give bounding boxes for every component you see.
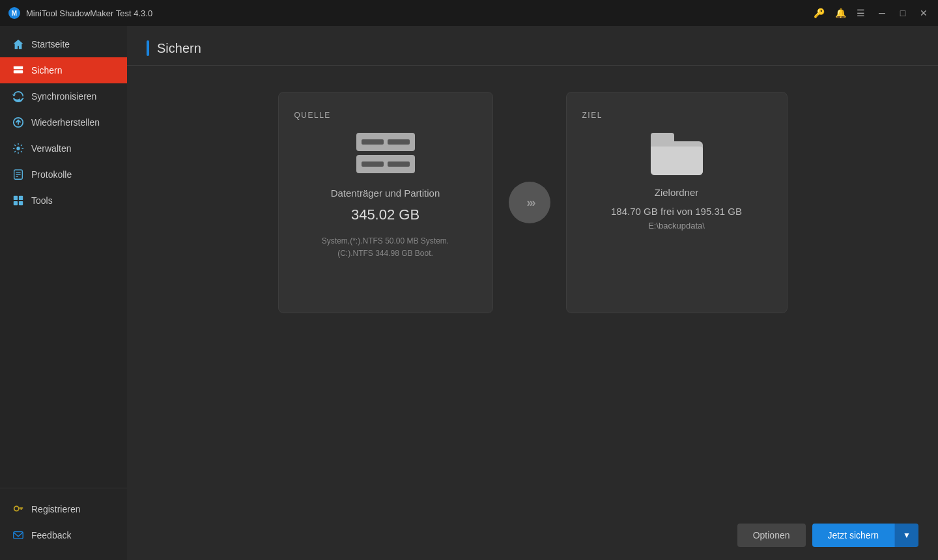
source-size: 345.02 GB <box>351 206 419 223</box>
sidebar-label-sichern: Sichern <box>31 65 62 76</box>
source-details: System,(*:).NTFS 50.00 MB System. (C:).N… <box>322 235 449 260</box>
backup-button-group: Jetzt sichern ▼ <box>812 524 918 547</box>
sidebar-item-wiederherstellen[interactable]: Wiederherstellen <box>0 109 127 135</box>
hdd-icon <box>356 133 415 173</box>
window-controls: ─ □ ✕ <box>875 7 930 20</box>
app-title: MiniTool ShadowMaker Test 4.3.0 <box>26 8 814 18</box>
source-card[interactable]: QUELLE Daten <box>278 92 493 313</box>
target-name: Zielordner <box>655 187 699 198</box>
sidebar: Startseite Sichern Synchronisieren Wiede… <box>0 26 127 560</box>
sidebar-label-tools: Tools <box>31 195 53 206</box>
sidebar-label-feedback: Feedback <box>31 530 71 540</box>
svg-rect-2 <box>14 66 23 70</box>
target-label: ZIEL <box>582 111 603 120</box>
sidebar-item-tools[interactable]: Tools <box>0 188 127 214</box>
svg-rect-12 <box>14 201 18 205</box>
hdd-slot <box>362 139 384 145</box>
sidebar-item-synchronisieren[interactable]: Synchronisieren <box>0 83 127 109</box>
source-name: Datenträger und Partition <box>331 188 440 199</box>
svg-rect-10 <box>14 196 18 200</box>
menu-icon[interactable]: ☰ <box>857 8 865 18</box>
svg-point-5 <box>16 147 20 150</box>
hdd-drive-top <box>356 133 415 151</box>
source-label: QUELLE <box>294 111 331 120</box>
svg-rect-14 <box>14 532 23 539</box>
titlebar-icons: 🔑 🔔 ☰ <box>814 8 865 18</box>
key-icon[interactable]: 🔑 <box>814 8 825 18</box>
home-icon <box>12 38 25 51</box>
backup-dropdown-icon: ▼ <box>903 531 911 540</box>
bell-icon[interactable]: 🔔 <box>835 8 846 18</box>
svg-rect-13 <box>19 201 23 205</box>
sidebar-label-registrieren: Registrieren <box>31 504 80 514</box>
hdd-slot2 <box>388 139 410 145</box>
key-icon <box>12 503 25 516</box>
sidebar-item-registrieren[interactable]: Registrieren <box>0 496 127 522</box>
folder-icon <box>651 133 703 175</box>
restore-icon <box>12 116 25 129</box>
hdd-slot3 <box>362 161 384 167</box>
sidebar-label-protokolle: Protokolle <box>31 169 72 180</box>
arrow-button[interactable]: ››› <box>509 182 550 223</box>
page-title: Sichern <box>157 41 201 56</box>
svg-rect-3 <box>14 70 23 74</box>
tools-icon <box>12 194 25 207</box>
target-card[interactable]: ZIEL Zielordner 184.70 GB frei von 195.3… <box>566 92 788 313</box>
sidebar-item-sichern[interactable]: Sichern <box>0 57 127 83</box>
hdd-slot4 <box>388 161 410 167</box>
sync-icon <box>12 90 25 103</box>
logs-icon <box>12 168 25 181</box>
svg-text:M: M <box>12 10 17 17</box>
mail-icon <box>12 529 25 542</box>
app-logo: M <box>8 7 21 20</box>
sidebar-item-startseite[interactable]: Startseite <box>0 31 127 57</box>
sidebar-bottom: Registrieren Feedback <box>0 488 127 560</box>
cards-row: QUELLE Daten <box>147 92 918 313</box>
content-main: QUELLE Daten <box>127 66 938 560</box>
source-icon-area <box>356 133 415 176</box>
maximize-button[interactable]: □ <box>896 7 909 20</box>
arrow-symbol: ››› <box>527 196 535 210</box>
content-header: Sichern <box>127 26 938 66</box>
svg-rect-11 <box>19 196 23 200</box>
backup-button[interactable]: Jetzt sichern <box>812 524 895 547</box>
sidebar-label-verwalten: Verwalten <box>31 143 71 154</box>
bottom-bar: Optionen Jetzt sichern ▼ <box>737 524 918 547</box>
sidebar-label-synchronisieren: Synchronisieren <box>31 91 96 102</box>
backup-dropdown-button[interactable]: ▼ <box>894 524 918 547</box>
target-icon-area <box>651 133 703 175</box>
header-accent <box>147 40 149 56</box>
sidebar-item-verwalten[interactable]: Verwalten <box>0 135 127 161</box>
options-button[interactable]: Optionen <box>737 524 806 547</box>
sidebar-label-wiederherstellen: Wiederherstellen <box>31 117 100 128</box>
target-path: E:\backupdata\ <box>648 221 705 231</box>
hdd-drive-bottom <box>356 155 415 173</box>
sidebar-label-startseite: Startseite <box>31 39 70 49</box>
minimize-button[interactable]: ─ <box>875 7 888 20</box>
content-area: Sichern QUELLE <box>127 26 938 560</box>
backup-icon <box>12 64 25 77</box>
app-body: Startseite Sichern Synchronisieren Wiede… <box>0 26 938 560</box>
folder-front <box>651 147 703 175</box>
sidebar-item-feedback[interactable]: Feedback <box>0 522 127 548</box>
manage-icon <box>12 142 25 155</box>
close-button[interactable]: ✕ <box>917 7 930 20</box>
sidebar-nav: Startseite Sichern Synchronisieren Wiede… <box>0 26 127 488</box>
sidebar-item-protokolle[interactable]: Protokolle <box>0 161 127 188</box>
titlebar: M MiniTool ShadowMaker Test 4.3.0 🔑 🔔 ☰ … <box>0 0 938 26</box>
target-free: 184.70 GB frei von 195.31 GB <box>611 206 742 217</box>
